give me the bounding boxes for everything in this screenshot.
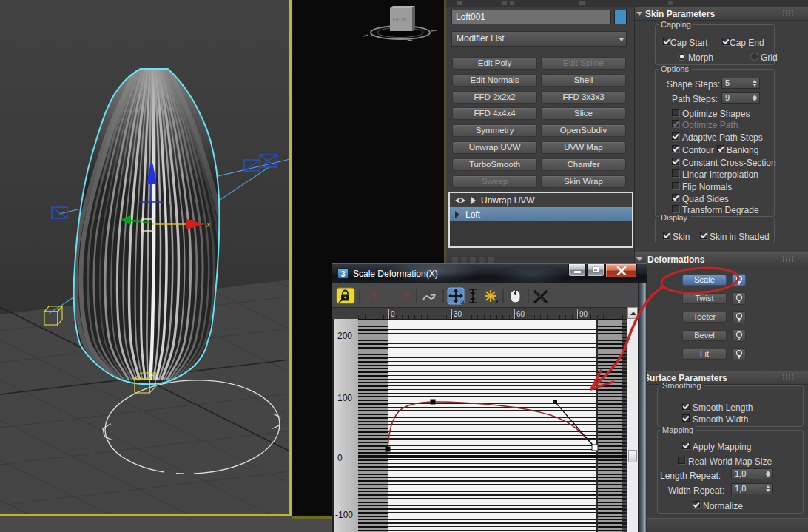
svg-text:FRONT: FRONT [393,17,409,22]
svg-text:x: x [206,220,211,229]
